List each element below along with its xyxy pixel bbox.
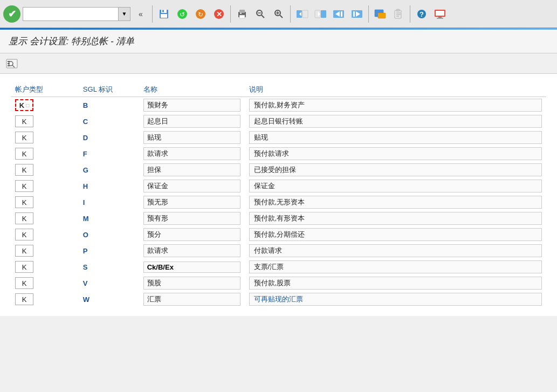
name-cell[interactable]: 款请求 bbox=[139, 146, 245, 162]
acct-type-cell: K bbox=[11, 162, 79, 178]
monitor-button[interactable] bbox=[432, 6, 448, 22]
svg-rect-13 bbox=[240, 13, 242, 14]
svg-rect-50 bbox=[8, 63, 10, 64]
table-row[interactable]: K □ B预财务预付款,财务资产 bbox=[11, 97, 546, 114]
desc-cell: 预付款,有形资本 bbox=[245, 210, 546, 226]
name-cell[interactable]: 贴现 bbox=[139, 129, 245, 146]
name-cell[interactable]: 预有形 bbox=[139, 210, 245, 226]
find2-button[interactable] bbox=[271, 6, 287, 22]
secondary-search-button[interactable] bbox=[4, 57, 19, 71]
acct-cell[interactable]: K bbox=[15, 148, 33, 160]
header-desc: 说明 bbox=[245, 82, 546, 97]
acct-cell[interactable]: K bbox=[15, 293, 33, 305]
acct-type-cell: K bbox=[11, 146, 79, 162]
name-cell[interactable]: 预无形 bbox=[139, 194, 245, 210]
acct-cell[interactable]: K bbox=[15, 245, 33, 257]
red-stop-button[interactable]: ✕ bbox=[211, 6, 227, 22]
svg-rect-36 bbox=[396, 9, 400, 11]
svg-line-15 bbox=[262, 15, 264, 18]
main-content: 帐户类型 SGL 标识 名称 说明 K □ B预财务预付款,财务资产KC起息日起… bbox=[0, 74, 557, 316]
name-cell[interactable]: 预财务 bbox=[139, 97, 245, 114]
name-cell[interactable]: 预分 bbox=[139, 226, 245, 243]
table-row[interactable]: KD贴现贴现 bbox=[11, 129, 546, 146]
table-row[interactable]: KI预无形预付款,无形资本 bbox=[11, 194, 546, 210]
sgl-cell[interactable]: H bbox=[79, 178, 139, 194]
acct-cell[interactable]: K bbox=[15, 164, 33, 176]
desc-cell[interactable]: 可再贴现的汇票 bbox=[245, 291, 546, 307]
table-row[interactable]: KH保证金保证金 bbox=[11, 178, 546, 194]
table-row[interactable]: KV预股预付款,股票 bbox=[11, 275, 546, 291]
desc-cell: 已接受的担保 bbox=[245, 162, 546, 178]
sgl-cell[interactable]: I bbox=[79, 194, 139, 210]
find-button[interactable] bbox=[252, 6, 269, 22]
table-header-row: 帐户类型 SGL 标识 名称 说明 bbox=[11, 82, 546, 97]
table-row[interactable]: KM预有形预付款,有形资本 bbox=[11, 210, 546, 226]
sgl-cell[interactable]: W bbox=[79, 291, 139, 307]
sgl-cell[interactable]: S bbox=[79, 259, 139, 275]
export-button[interactable] bbox=[294, 6, 310, 22]
sgl-cell[interactable]: C bbox=[79, 113, 139, 129]
acct-cell[interactable]: K bbox=[15, 132, 33, 143]
clipboard-button[interactable] bbox=[390, 6, 407, 22]
header-acct-type: 帐户类型 bbox=[11, 82, 79, 97]
name-cell[interactable]: Ck/B/Ex bbox=[139, 259, 245, 275]
desc-cell: 保证金 bbox=[245, 178, 546, 194]
sgl-cell[interactable]: G bbox=[79, 162, 139, 178]
nav-right-button[interactable] bbox=[349, 6, 365, 22]
acct-cell[interactable]: K bbox=[15, 212, 33, 224]
sgl-cell[interactable]: M bbox=[79, 210, 139, 226]
check-button[interactable]: ✔ bbox=[3, 5, 20, 23]
desc-cell: 预付款,无形资本 bbox=[245, 194, 546, 210]
name-cell[interactable]: 保证金 bbox=[139, 178, 245, 194]
window-button[interactable] bbox=[372, 6, 388, 22]
sgl-cell[interactable]: P bbox=[79, 243, 139, 259]
acct-type-cell: K □ bbox=[11, 97, 79, 114]
data-table: 帐户类型 SGL 标识 名称 说明 K □ B预财务预付款,财务资产KC起息日起… bbox=[11, 82, 546, 307]
dropdown-arrow-button[interactable]: ▼ bbox=[118, 8, 130, 20]
name-cell[interactable]: 汇票 bbox=[139, 291, 245, 307]
svg-text:?: ? bbox=[420, 10, 424, 18]
print-button[interactable] bbox=[234, 6, 250, 22]
name-cell[interactable]: 预股 bbox=[139, 275, 245, 291]
table-row[interactable]: KF款请求预付款请求 bbox=[11, 146, 546, 162]
table-row[interactable]: KP款请求付款请求 bbox=[11, 243, 546, 259]
table-row[interactable]: KW汇票可再贴现的汇票 bbox=[11, 291, 546, 307]
acct-cell[interactable]: K bbox=[15, 196, 33, 208]
table-row[interactable]: KO预分预付款,分期偿还 bbox=[11, 226, 546, 243]
import-button[interactable] bbox=[312, 6, 328, 22]
sgl-cell[interactable]: V bbox=[79, 275, 139, 291]
table-row[interactable]: KC起息日起息日银行转账 bbox=[11, 113, 546, 129]
sgl-cell[interactable]: B bbox=[79, 97, 139, 114]
orange-recycle-button[interactable]: ↻ bbox=[192, 6, 209, 22]
secondary-toolbar bbox=[0, 53, 557, 74]
name-cell[interactable]: 起息日 bbox=[139, 113, 245, 129]
table-row[interactable]: KG担保已接受的担保 bbox=[11, 162, 546, 178]
acct-type-cell: K bbox=[11, 210, 79, 226]
separator-1 bbox=[152, 5, 153, 23]
acct-cell[interactable]: K bbox=[15, 115, 33, 127]
acct-cell[interactable]: K bbox=[15, 261, 33, 273]
acct-cell[interactable]: K bbox=[15, 229, 33, 240]
acct-cell[interactable]: K bbox=[15, 277, 33, 289]
double-arrow-button[interactable]: « bbox=[133, 6, 149, 22]
desc-cell: 预付款请求 bbox=[245, 146, 546, 162]
svg-rect-12 bbox=[239, 15, 245, 18]
svg-text:✕: ✕ bbox=[216, 10, 222, 18]
acct-type-cell: K bbox=[11, 194, 79, 210]
green-recycle-button[interactable]: ↺ bbox=[174, 6, 190, 22]
help-button[interactable]: ? bbox=[414, 6, 430, 22]
name-cell[interactable]: 担保 bbox=[139, 162, 245, 178]
acct-cell[interactable]: K bbox=[15, 180, 33, 192]
name-cell[interactable]: 款请求 bbox=[139, 243, 245, 259]
sgl-cell[interactable]: D bbox=[79, 129, 139, 146]
svg-text:↻: ↻ bbox=[198, 11, 203, 18]
save-button[interactable] bbox=[156, 6, 172, 22]
nav-left-button[interactable] bbox=[331, 6, 347, 22]
acct-type-cell: K bbox=[11, 129, 79, 146]
search-input[interactable] bbox=[23, 8, 118, 20]
table-row[interactable]: KSCk/B/Ex支票/汇票 bbox=[11, 259, 546, 275]
sgl-cell[interactable]: F bbox=[79, 146, 139, 162]
acct-selected-cell[interactable]: K □ bbox=[15, 99, 33, 111]
separator-2 bbox=[230, 5, 231, 23]
sgl-cell[interactable]: O bbox=[79, 226, 139, 243]
